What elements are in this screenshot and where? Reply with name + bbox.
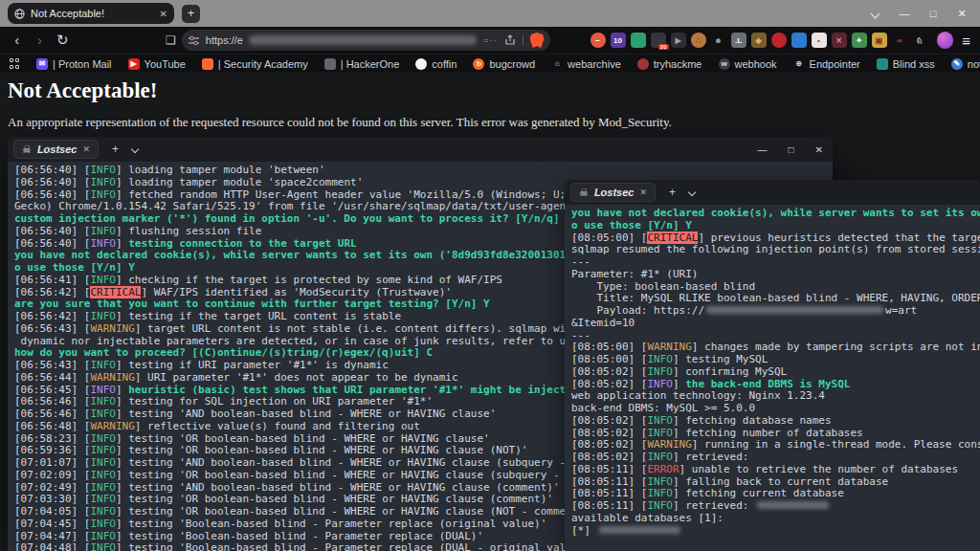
owl-badge-icon[interactable]: ◈ bbox=[751, 33, 767, 48]
cookie-icon[interactable]: ∴ bbox=[691, 33, 706, 48]
bookmark-favicon-icon: b bbox=[473, 58, 484, 70]
terminal-line: &Itemid=10 bbox=[571, 318, 973, 330]
bookmark-label: tryhackme bbox=[654, 58, 702, 70]
blocker-icon[interactable]: − bbox=[590, 33, 606, 48]
browser-tab[interactable]: Not Acceptable! ✕ bbox=[8, 3, 174, 24]
bookmark-favicon-icon bbox=[637, 58, 649, 70]
bookmarks-bar: ✉| Proton Mail▶YouTube| Security Academy… bbox=[0, 54, 980, 73]
bookmark-favicon-icon bbox=[324, 58, 336, 70]
bucket-icon[interactable] bbox=[791, 33, 807, 48]
counter-icon[interactable]: 10 bbox=[611, 33, 626, 48]
terminal1-tab-title: Lostsec bbox=[37, 143, 78, 155]
site-settings-sliders-icon[interactable] bbox=[188, 35, 200, 46]
back-button[interactable]: ‹ bbox=[6, 28, 29, 53]
share-icon[interactable] bbox=[504, 34, 516, 46]
dot-l-icon[interactable]: .L bbox=[731, 33, 746, 48]
bookmark-favicon-icon: ▶ bbox=[128, 58, 140, 70]
cross-icon[interactable]: ✕ bbox=[832, 33, 847, 48]
bookmark-favicon-icon: ✉ bbox=[36, 58, 48, 70]
bookmark-item[interactable]: ⌂webarchive bbox=[551, 58, 621, 70]
skull-icon: ☠ bbox=[579, 187, 589, 199]
address-bar[interactable]: https://e =·· bbox=[182, 30, 550, 51]
bookmark-label: Endpointer bbox=[810, 58, 860, 70]
tab-search-chevron-icon[interactable] bbox=[861, 0, 890, 27]
terminal1-close-button[interactable]: ✕ bbox=[815, 144, 823, 155]
screen: Not Acceptable! ✕ + — □ ✕ ‹ › ↻ ❏ https:… bbox=[0, 0, 980, 551]
bookmark-page-icon[interactable]: ❏ bbox=[166, 33, 176, 47]
terminal2-tab-title: Lostsec bbox=[594, 187, 635, 198]
terminal-line: sqlmap resumed the following injection p… bbox=[571, 244, 973, 256]
bookmark-label: | Proton Mail bbox=[53, 58, 112, 70]
blood-drop-icon[interactable] bbox=[771, 33, 787, 48]
terminal-line: [*] bbox=[571, 525, 973, 538]
bookmark-favicon-icon: ✎ bbox=[951, 58, 963, 70]
reload-button[interactable]: ↻ bbox=[51, 28, 74, 53]
page-title: Not Acceptable! bbox=[8, 78, 158, 103]
bookmark-item[interactable]: ✉| Proton Mail bbox=[36, 58, 112, 70]
arrow-icon[interactable]: ▶ bbox=[671, 33, 686, 48]
url-text: https://e bbox=[206, 34, 243, 46]
bookmark-item[interactable]: ⊕Endpointer bbox=[793, 58, 860, 70]
terminal1-minimize-button[interactable]: — bbox=[758, 144, 768, 155]
window-close-button[interactable]: ✕ bbox=[947, 0, 976, 27]
terminal2-new-tab-button[interactable]: + bbox=[669, 186, 676, 199]
bookmark-item[interactable]: bbugcrowd bbox=[473, 58, 535, 70]
bookmark-item[interactable]: ✎notes bbox=[951, 58, 980, 70]
bookmark-favicon-icon: ⌂ bbox=[551, 58, 563, 70]
apps-grid-icon[interactable] bbox=[10, 58, 19, 69]
forward-button[interactable]: › bbox=[29, 28, 52, 53]
window-minimize-button[interactable]: — bbox=[890, 0, 919, 27]
bookmark-item[interactable]: wwebhook bbox=[719, 58, 777, 70]
critter-icon[interactable]: ♘ bbox=[912, 33, 927, 48]
bookmark-label: notes bbox=[968, 58, 980, 70]
terminal1-dropdown-icon[interactable] bbox=[132, 146, 139, 153]
terminal2-output[interactable]: you have not declared cookie(s), while s… bbox=[565, 205, 980, 551]
bookmark-item[interactable]: | Security Academy bbox=[202, 58, 308, 70]
terminal2-tab[interactable]: ☠ Lostsec ✕ bbox=[570, 183, 656, 202]
terminal2-dropdown-icon[interactable] bbox=[689, 189, 696, 196]
tab-close-icon[interactable]: ✕ bbox=[160, 9, 167, 19]
bookmark-label: coffin bbox=[432, 58, 457, 70]
redacted-blur bbox=[599, 526, 680, 534]
leaf-icon[interactable]: ✦ bbox=[852, 33, 867, 48]
bookmark-item[interactable]: coffin bbox=[415, 58, 457, 70]
terminal2-tab-close-icon[interactable]: ✕ bbox=[639, 187, 647, 197]
bookmark-label: webarchive bbox=[568, 58, 621, 70]
badge: 20 bbox=[658, 44, 669, 50]
bookmark-item[interactable]: Blind xss bbox=[877, 58, 935, 70]
browser-toolbar: ‹ › ↻ ❏ https://e =·· bbox=[0, 27, 980, 54]
new-tab-button[interactable]: + bbox=[182, 5, 200, 23]
glasses-icon[interactable]: ∞ bbox=[892, 33, 907, 48]
clipper-icon[interactable]: 20 bbox=[651, 33, 666, 48]
bookmark-item[interactable]: tryhackme bbox=[637, 58, 702, 70]
terminal-window-2[interactable]: ☠ Lostsec ✕ + you have not declared cook… bbox=[565, 180, 980, 551]
reader-mode-icon[interactable]: =·· bbox=[483, 35, 497, 45]
bookmark-favicon-icon bbox=[415, 58, 427, 70]
globe-favicon-icon bbox=[14, 9, 25, 19]
bookmark-favicon-icon: w bbox=[719, 58, 730, 70]
profile-avatar[interactable] bbox=[937, 32, 954, 49]
bookmark-label: Blind xss bbox=[893, 58, 935, 70]
menu-button[interactable]: ≡ bbox=[962, 33, 970, 49]
redacted-blur bbox=[757, 501, 829, 509]
terminal1-tab[interactable]: ☠ Lostsec ✕ bbox=[13, 140, 99, 159]
bookmark-label: | HackerOne bbox=[341, 58, 400, 70]
browser-tab-strip: Not Acceptable! ✕ + — □ ✕ bbox=[0, 0, 980, 27]
bookmark-item[interactable]: | HackerOne bbox=[324, 58, 400, 70]
bookmark-label: bugcrowd bbox=[489, 58, 535, 70]
brave-shields-icon[interactable] bbox=[530, 33, 545, 48]
redacted-blur bbox=[706, 306, 883, 314]
terminal2-titlebar[interactable]: ☠ Lostsec ✕ + bbox=[565, 180, 980, 205]
terminal1-maximize-button[interactable]: □ bbox=[789, 144, 794, 155]
session-icon[interactable] bbox=[631, 33, 646, 48]
terminal1-titlebar[interactable]: ☠ Lostsec ✕ + — □ ✕ bbox=[8, 137, 833, 162]
window-maximize-button[interactable]: □ bbox=[919, 0, 947, 27]
user-agent-icon[interactable]: ☻ bbox=[711, 33, 726, 48]
url-redacted-blur bbox=[249, 35, 477, 45]
terminal1-new-tab-button[interactable]: + bbox=[112, 143, 119, 156]
bookmark-item[interactable]: ▶YouTube bbox=[128, 58, 186, 70]
terminal1-tab-close-icon[interactable]: ✕ bbox=[82, 144, 90, 154]
bookmark-favicon-icon bbox=[877, 58, 888, 70]
badge-icon[interactable]: ▣ bbox=[872, 33, 887, 48]
mug-icon[interactable]: • bbox=[812, 33, 827, 48]
